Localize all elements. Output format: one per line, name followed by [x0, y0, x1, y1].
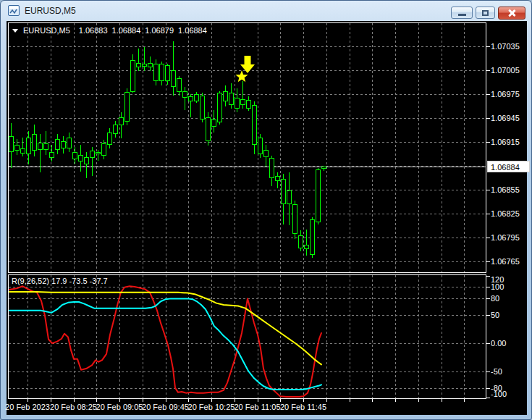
- candle-wick: [306, 230, 307, 256]
- ohlc-header: EURUSD,M5 1.06883 1.06884 1.06879 1.0688…: [12, 26, 207, 35]
- price-axis-label: 1.06825: [491, 209, 520, 219]
- time-axis-label: 20 Feb 11:05: [234, 403, 280, 411]
- candle-body: [43, 143, 48, 150]
- candle-wick: [138, 49, 139, 71]
- vertical-gridline: [303, 23, 304, 272]
- price-axis-tick: [486, 118, 490, 119]
- price-axis-tick: [486, 214, 490, 214]
- vertical-gridline: [442, 23, 442, 272]
- title-bar[interactable]: EURUSD,M5: [1, 1, 531, 21]
- horizontal-gridline: [9, 118, 486, 119]
- candle-body: [72, 152, 77, 159]
- candle-body: [252, 105, 257, 145]
- vertical-gridline: [326, 23, 327, 272]
- candle-body: [101, 143, 106, 156]
- minimize-icon: [458, 14, 466, 16]
- time-axis-tick: [51, 399, 51, 402]
- vertical-gridline: [211, 23, 212, 272]
- candle-body: [229, 93, 234, 106]
- close-button[interactable]: [498, 7, 525, 20]
- horizontal-gridline: [9, 94, 486, 95]
- vertical-gridline: [119, 275, 120, 398]
- candle-wick: [40, 134, 41, 172]
- candle-body: [32, 134, 37, 151]
- candle-body: [124, 92, 130, 122]
- horizontal-gridline: [9, 343, 486, 344]
- candle-body: [177, 78, 182, 92]
- horizontal-gridline: [9, 46, 486, 47]
- vertical-gridline: [303, 275, 304, 398]
- restore-icon: [482, 10, 489, 16]
- candle-body: [49, 152, 54, 158]
- time-axis-tick: [74, 399, 75, 402]
- candle-wick: [121, 112, 122, 138]
- time-axis-tick: [395, 399, 396, 402]
- vertical-gridline: [418, 275, 419, 398]
- candle-body: [148, 63, 153, 67]
- time-axis-tick: [166, 399, 166, 402]
- candle-body: [223, 91, 228, 101]
- vertical-gridline: [28, 275, 28, 398]
- candle-wick: [173, 41, 174, 96]
- horizontal-gridline: [9, 261, 486, 262]
- candle-body: [321, 167, 326, 169]
- close-icon: [507, 9, 516, 17]
- time-axis-tick: [28, 399, 28, 402]
- horizontal-gridline: [9, 298, 486, 299]
- vertical-gridline: [188, 275, 189, 398]
- indicator-axis-label: 100: [491, 282, 504, 292]
- price-axis-tick: [486, 261, 490, 262]
- vertical-gridline: [395, 275, 396, 398]
- minimize-button[interactable]: [451, 7, 473, 19]
- price-axis-label: 1.06795: [491, 233, 520, 243]
- indicator-axis-label: -100: [491, 390, 507, 399]
- bid-price-box: 1.06884: [487, 161, 530, 172]
- candle-body: [171, 70, 176, 87]
- candle-body: [78, 155, 83, 162]
- vertical-gridline: [166, 23, 166, 272]
- price-axis-tick: [486, 238, 490, 238]
- candle-body: [310, 219, 315, 256]
- horizontal-gridline: [9, 287, 486, 287]
- chart-client-area[interactable]: 1.070351.070051.069751.069451.069151.068…: [7, 21, 527, 415]
- vertical-gridline: [372, 275, 373, 398]
- vertical-gridline: [166, 275, 166, 398]
- indicator-axis-label: 80: [491, 294, 499, 303]
- candle-body: [182, 91, 187, 98]
- header-low: 1.06879: [145, 26, 174, 35]
- time-axis-label: 20 Feb 09:05: [96, 403, 143, 411]
- price-axis-tick: [486, 190, 490, 190]
- vertical-gridline: [96, 23, 97, 272]
- indicator-panel: [8, 274, 486, 399]
- vertical-gridline: [74, 275, 75, 398]
- candle-body: [258, 138, 263, 154]
- candle-body: [316, 169, 321, 222]
- indicator-axis-label: -50: [491, 367, 502, 377]
- price-axis-tick: [486, 46, 490, 47]
- time-axis-tick: [464, 399, 465, 402]
- candle-body: [38, 143, 43, 150]
- vertical-gridline: [143, 275, 143, 398]
- candle-body: [136, 63, 141, 67]
- vertical-gridline: [350, 23, 350, 272]
- indicator-axis-tick: [486, 287, 490, 287]
- time-axis-tick: [372, 399, 373, 402]
- candle-body: [275, 176, 280, 181]
- indicator-axis-tick: [486, 388, 490, 389]
- time-axis-label: 20 Feb 10:25: [188, 403, 235, 411]
- candle-body: [287, 190, 292, 204]
- time-axis-tick: [350, 399, 350, 402]
- vertical-gridline: [280, 275, 281, 398]
- candle-wick: [46, 131, 46, 155]
- symbol-dropdown-icon[interactable]: [12, 29, 18, 33]
- candle-body: [90, 151, 95, 158]
- time-axis-tick: [235, 399, 235, 402]
- indicator-axis-tick: [486, 343, 490, 344]
- header-symbol: EURUSD,M5: [23, 26, 70, 35]
- candle-body: [246, 100, 251, 109]
- candle-body: [194, 94, 199, 101]
- candle-body: [165, 65, 170, 81]
- vertical-gridline: [235, 275, 235, 398]
- restore-button[interactable]: [476, 7, 495, 19]
- candle-body: [206, 117, 211, 141]
